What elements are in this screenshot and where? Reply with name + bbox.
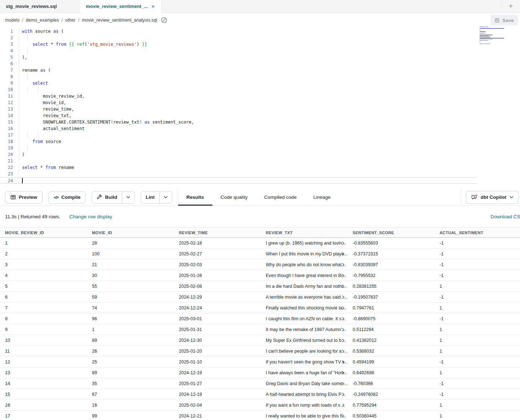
cell-text: 96 bbox=[92, 316, 97, 321]
cell-actual-sentiment: 1 bbox=[435, 284, 520, 289]
cell-movie-review-id: 17 bbox=[0, 414, 87, 419]
sql-code-editor[interactable]: 1with source as (23 select * from {{ ref… bbox=[0, 27, 520, 189]
code-line-content bbox=[19, 35, 520, 41]
expand-row-icon[interactable] bbox=[341, 371, 345, 375]
gutter-border bbox=[13, 99, 19, 106]
line-number: 20 bbox=[0, 151, 13, 158]
code-line: 2 bbox=[0, 35, 520, 41]
breadcrumb-segment[interactable]: other bbox=[65, 18, 76, 23]
expand-row-icon[interactable] bbox=[341, 306, 345, 310]
compile-label: Compile bbox=[61, 195, 80, 200]
expand-row-icon[interactable] bbox=[341, 263, 345, 267]
code-line-content: ), bbox=[19, 54, 520, 61]
cell-movie-review-id: 11 bbox=[0, 349, 87, 354]
code-line: 8 bbox=[0, 73, 520, 80]
cell-text: 99 bbox=[92, 414, 97, 419]
cell-review-time: 2024-12-19 bbox=[174, 392, 261, 397]
tab-movie-review-sentiment[interactable]: movie_review_sentiment_... × bbox=[80, 0, 162, 13]
cell-review-time: 2025-02-03 bbox=[174, 262, 261, 267]
cell-text: 3 bbox=[5, 262, 8, 267]
gutter-border bbox=[13, 119, 19, 125]
cell-review-time: 2025-01-31 bbox=[174, 327, 261, 332]
cell-actual-sentiment: 1 bbox=[435, 338, 520, 343]
cell-movie-id: 96 bbox=[87, 316, 174, 321]
tab-code-quality[interactable]: Code quality bbox=[212, 189, 256, 206]
code-line: 19 bbox=[0, 145, 520, 151]
line-number: 14 bbox=[0, 112, 13, 119]
code-token: movie_review_id, bbox=[22, 94, 84, 99]
expand-row-icon[interactable] bbox=[341, 317, 345, 321]
tab-stg-movie-reviews[interactable]: stg_movie_reviews.sql bbox=[0, 0, 80, 13]
minimap-line bbox=[480, 42, 480, 42]
code-token: from bbox=[45, 165, 56, 170]
code-line-content bbox=[19, 178, 477, 183]
line-number: 24 bbox=[0, 178, 13, 183]
indent-guide bbox=[27, 86, 28, 93]
circle-slash-icon[interactable] bbox=[161, 17, 167, 23]
new-tab-button[interactable]: + bbox=[501, 0, 520, 13]
expand-row-icon[interactable] bbox=[341, 338, 345, 342]
cell-text: 17 bbox=[5, 414, 10, 419]
expand-row-icon[interactable] bbox=[341, 392, 345, 396]
expand-row-icon[interactable] bbox=[341, 381, 345, 385]
breadcrumb-segment[interactable]: demo_examples bbox=[26, 18, 59, 23]
code-line: 15 SNOWFLAKE.CORTEX.SENTIMENT(review_txt… bbox=[0, 119, 520, 125]
code-line: 1with source as ( bbox=[0, 28, 520, 35]
expand-row-icon[interactable] bbox=[341, 273, 345, 277]
lint-options-button[interactable] bbox=[159, 192, 172, 203]
breadcrumb-segment[interactable]: models bbox=[5, 18, 19, 23]
cell-review-time: 2025-02-08 bbox=[174, 284, 261, 289]
expand-row-icon[interactable] bbox=[341, 403, 345, 407]
cell-sentiment-score: -0.8690075 bbox=[348, 316, 435, 321]
change-row-display-link[interactable]: Change row display bbox=[69, 214, 112, 219]
expand-row-icon[interactable] bbox=[341, 284, 345, 288]
build-button[interactable]: Build bbox=[92, 192, 122, 203]
lint-button[interactable]: Lint bbox=[141, 192, 159, 203]
cell-movie-review-id: 2 bbox=[0, 251, 87, 256]
cell-text: -0.83555603 bbox=[353, 241, 378, 246]
cell-text: -0.8690075 bbox=[353, 316, 375, 321]
editor-minimap[interactable] bbox=[480, 27, 506, 46]
gutter-border bbox=[13, 41, 19, 48]
cell-review-time: 2024-12-21 bbox=[174, 414, 261, 419]
expand-row-icon[interactable] bbox=[341, 295, 345, 299]
expand-row-icon[interactable] bbox=[341, 414, 345, 418]
code-token bbox=[142, 120, 144, 125]
cell-text: 2024-12-19 bbox=[179, 370, 202, 375]
code-line: 7rename as ( bbox=[0, 67, 520, 73]
cell-text: -1 bbox=[440, 316, 444, 321]
expand-row-icon[interactable] bbox=[341, 349, 345, 353]
table-row: 10892024-12-30My Super Ex Girlfriend tur… bbox=[0, 335, 520, 346]
cell-review-time: 2025-02-27 bbox=[174, 251, 261, 256]
preview-button[interactable]: Preview bbox=[5, 191, 43, 204]
expand-row-icon[interactable] bbox=[341, 360, 345, 364]
expand-row-icon[interactable] bbox=[341, 252, 345, 256]
cell-text: 2 bbox=[5, 251, 8, 256]
code-line-content bbox=[19, 86, 520, 93]
cell-text: When I put this movie in my DVD playe… bbox=[266, 251, 348, 256]
download-csv-link[interactable]: Download CSV bbox=[490, 214, 520, 219]
minimap-line bbox=[480, 40, 488, 41]
build-options-button[interactable] bbox=[122, 192, 135, 203]
cell-movie-id: 55 bbox=[87, 284, 174, 289]
save-button[interactable]: Save bbox=[490, 15, 518, 26]
cell-text: 15 bbox=[5, 392, 10, 397]
cell-text: 26 bbox=[92, 349, 97, 354]
cell-text: A half-hearted attempt to bring Elvis P… bbox=[266, 392, 346, 397]
cell-text: 10 bbox=[5, 338, 10, 343]
tab-results[interactable]: Results bbox=[178, 189, 212, 206]
code-token: 'stg_movie_reviews' bbox=[87, 42, 137, 47]
close-icon[interactable]: × bbox=[151, 3, 155, 9]
tab-lineage[interactable]: Lineage bbox=[305, 189, 339, 206]
cell-text: Even though I have great interest in Bi… bbox=[266, 273, 347, 278]
expand-row-icon[interactable] bbox=[341, 327, 345, 331]
dbt-copilot-button[interactable]: dbt Copilot bbox=[466, 191, 519, 204]
line-number: 12 bbox=[0, 99, 13, 106]
compile-button[interactable]: </> Compile bbox=[48, 191, 86, 204]
code-line: 22select * from rename bbox=[0, 164, 520, 171]
cell-text: 14 bbox=[5, 381, 10, 386]
expand-row-icon[interactable] bbox=[341, 241, 345, 245]
tab-compiled-code[interactable]: Compiled code bbox=[256, 189, 305, 206]
breadcrumb-segment[interactable]: movie_review_sentiment_analysis.sql bbox=[82, 18, 157, 23]
cell-text: 1 bbox=[440, 349, 442, 354]
